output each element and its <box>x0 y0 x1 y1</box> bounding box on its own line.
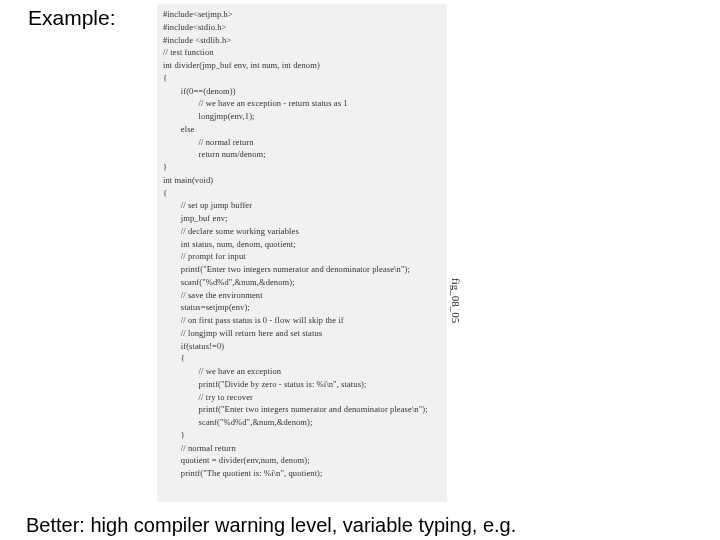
figure-label: fig_08_05 <box>450 278 462 323</box>
code-line: // declare some working variables <box>163 225 441 238</box>
code-line: longjmp(env,1); <box>163 110 441 123</box>
heading-example: Example: <box>28 6 116 30</box>
code-line: #include<setjmp.h> <box>163 8 441 21</box>
code-line: } <box>163 161 441 174</box>
code-line: // normal return <box>163 442 441 455</box>
code-line: printf("Enter two integers numerator and… <box>163 403 441 416</box>
code-line: // longjmp will return here and set stat… <box>163 327 441 340</box>
code-line: } <box>163 429 441 442</box>
code-line: if(0==(denom)) <box>163 85 441 98</box>
code-line: else <box>163 123 441 136</box>
footer-text: Better: high compiler warning level, var… <box>26 514 516 537</box>
code-line: #include <stdlib.h> <box>163 34 441 47</box>
code-line: // we have an exception <box>163 365 441 378</box>
code-line: // set up jump buffer <box>163 199 441 212</box>
code-line: #include<stdio.h> <box>163 21 441 34</box>
code-line: { <box>163 352 441 365</box>
code-line: // save the environment <box>163 289 441 302</box>
code-listing: #include<setjmp.h>#include<stdio.h>#incl… <box>157 4 447 502</box>
code-line: scanf("%d%d",&num,&denom); <box>163 276 441 289</box>
code-line: status=setjmp(env); <box>163 301 441 314</box>
code-line: if(status!=0) <box>163 340 441 353</box>
code-line: // test function <box>163 46 441 59</box>
code-line: // try to recover <box>163 391 441 404</box>
code-line: // prompt for input <box>163 250 441 263</box>
code-line: { <box>163 72 441 85</box>
code-line: { <box>163 187 441 200</box>
code-line: // normal return <box>163 136 441 149</box>
code-line: quotient = divider(env,num, denom); <box>163 454 441 467</box>
code-line: // we have an exception - return status … <box>163 97 441 110</box>
code-line: int status, num, denom, quotient; <box>163 238 441 251</box>
code-line: int divider(jmp_buf env, int num, int de… <box>163 59 441 72</box>
code-line: printf("Divide by zero - status is: %i\n… <box>163 378 441 391</box>
code-line: scanf("%d%d",&num,&denom); <box>163 416 441 429</box>
code-line: jmp_buf env; <box>163 212 441 225</box>
code-line: printf("The quotient is: %i\n", quotient… <box>163 467 441 480</box>
code-line: int main(void) <box>163 174 441 187</box>
code-line: // on first pass status is 0 - flow will… <box>163 314 441 327</box>
code-line: printf("Enter two integers numerator and… <box>163 263 441 276</box>
code-line: return num/denom; <box>163 148 441 161</box>
